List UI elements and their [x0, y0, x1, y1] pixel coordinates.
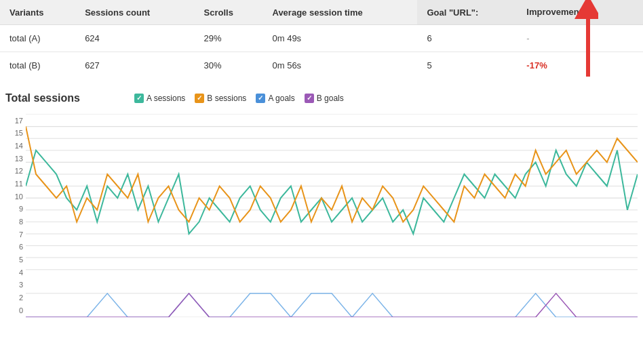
header-goal-url: Goal "URL":	[417, 0, 517, 24]
cell-improvement-b: -17%	[517, 52, 643, 79]
legend-b-sessions: ✓ B sessions	[195, 94, 246, 103]
cell-variant-a: total (A)	[0, 24, 75, 52]
chart-section: Total sessions ✓ A sessions ✓ B sessions…	[0, 92, 643, 317]
cell-avg-time-a: 0m 49s	[262, 24, 417, 52]
chart-legend: ✓ A sessions ✓ B sessions ✓ A goals ✓ B …	[134, 94, 344, 103]
legend-b-goals: ✓ B goals	[305, 94, 344, 103]
cell-goal-b: 5	[417, 52, 517, 79]
variants-table: Variants Sessions count Scrolls Average …	[0, 0, 643, 79]
header-sessions-count: Sessions count	[75, 0, 194, 24]
header-scrolls: Scrolls	[195, 0, 263, 24]
y-axis: 0 2 3 4 5 6 7 8 9 10 11 12 13 14 15 17	[5, 114, 26, 317]
line-a-sessions	[26, 150, 638, 233]
cell-variant-b: total (B)	[0, 52, 75, 79]
chart-wrapper: 0 2 3 4 5 6 7 8 9 10 11 12 13 14 15 17	[5, 114, 638, 317]
legend-check-a-goals: ✓	[256, 94, 265, 103]
chart-area	[26, 114, 638, 317]
chart-title: Total sessions	[5, 92, 80, 104]
cell-avg-time-b: 0m 56s	[262, 52, 417, 79]
cell-goal-a: 6	[417, 24, 517, 52]
header-variants: Variants	[0, 0, 75, 24]
cell-scrolls-a: 29%	[195, 24, 263, 52]
header-improvement: Improvement i	[517, 0, 643, 24]
header-avg-session-time: Average session time	[262, 0, 417, 24]
cell-scrolls-b: 30%	[195, 52, 263, 79]
cell-sessions-a: 624	[75, 24, 194, 52]
legend-a-sessions: ✓ A sessions	[134, 94, 185, 103]
cell-improvement-a: -	[517, 24, 643, 52]
legend-check-b-goals: ✓	[305, 94, 314, 103]
info-icon: i	[587, 8, 597, 18]
legend-check-a-sessions: ✓	[134, 94, 144, 103]
table-row: total (B) 627 30% 0m 56s 5 -17%	[0, 52, 643, 79]
table-row: total (A) 624 29% 0m 49s 6 -	[0, 24, 643, 52]
cell-sessions-b: 627	[75, 52, 194, 79]
legend-check-b-sessions: ✓	[195, 94, 204, 103]
legend-a-goals: ✓ A goals	[256, 94, 294, 103]
chart-svg	[26, 114, 638, 317]
